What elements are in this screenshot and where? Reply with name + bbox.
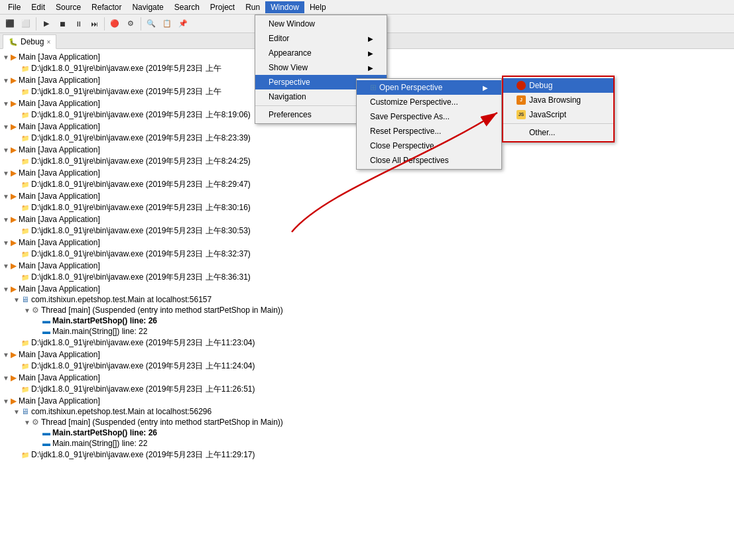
menu-item-open-perspective[interactable]: ⊞ Open Perspective ▶: [357, 80, 501, 95]
tree-label: D:\jdk1.8.0_91\jre\bin\javaw.exe (2019年5…: [31, 179, 251, 190]
jar-icon: 📁: [21, 451, 29, 459]
toolbar-btn-6[interactable]: ⏭: [87, 17, 101, 31]
tree-item[interactable]: ▼ ▶ Main [Java Application]: [0, 396, 734, 406]
jar-icon: 📁: [21, 111, 29, 119]
jar-icon: 📁: [21, 158, 29, 165]
tree-item[interactable]: ▼ ⚙ Thread [main] (Suspended (entry into…: [0, 417, 734, 427]
tree-item[interactable]: 📁 D:\jdk1.8.0_91\jre\bin\javaw.exe (2019…: [0, 337, 734, 349]
tree-item[interactable]: ▬ Main.startPetShop() line: 26: [0, 427, 734, 438]
close-all-perspectives-label: Close All Perspectives: [370, 156, 449, 165]
tree-arrow: ▼: [3, 374, 11, 382]
tree-arrow: ▼: [24, 307, 32, 314]
menu-edit[interactable]: Edit: [26, 1, 50, 13]
toolbar-btn-5[interactable]: ⏸: [71, 17, 86, 31]
jar-icon: 📁: [21, 386, 29, 393]
frame-icon: ▬: [42, 439, 50, 448]
menu-window[interactable]: Window: [265, 1, 304, 13]
menu-item-editor[interactable]: Editor ▶: [255, 31, 387, 46]
tree-item[interactable]: ▼ ▶ Main [Java Application]: [0, 237, 734, 248]
tree-arrow: ▼: [3, 351, 11, 359]
tree-item[interactable]: ▼ ▶ Main [Java Application]: [0, 372, 734, 383]
jar-icon: 📁: [21, 227, 29, 235]
tree-label: Main [Java Application]: [19, 99, 100, 108]
tree-item[interactable]: ▼ ▶ Main [Java Application]: [0, 214, 734, 225]
tree-item[interactable]: 📁 D:\jdk1.8.0_91\jre\bin\javaw.exe (2019…: [0, 449, 734, 461]
java-browsing-label: Java Browsing: [529, 95, 581, 105]
menu-item-java-browsing[interactable]: J Java Browsing: [503, 93, 613, 107]
menu-item-save-perspective[interactable]: Save Perspective As...: [357, 109, 501, 124]
app-icon: ▶: [11, 373, 17, 382]
menu-item-appearance[interactable]: Appearance ▶: [255, 46, 387, 60]
tree-label: D:\jdk1.8.0_91\jre\bin\javaw.exe (2019年5…: [31, 63, 221, 74]
tree-item[interactable]: ▼ 🖥 com.itshixun.epetshop.test.Main at l…: [0, 406, 734, 417]
tree-item[interactable]: ▼ ▶ Main [Java Application]: [0, 284, 734, 294]
reset-perspective-label: Reset Perspective...: [370, 127, 441, 136]
customize-perspective-label: Customize Perspective...: [370, 97, 458, 107]
debug-perspective-label: Debug: [529, 81, 552, 90]
menu-search[interactable]: Search: [169, 1, 205, 13]
menu-item-other[interactable]: Other...: [503, 125, 613, 140]
tree-item[interactable]: 📁 D:\jdk1.8.0_91\jre\bin\javaw.exe (2019…: [0, 225, 734, 237]
tab-debug-label: Debug: [21, 37, 44, 46]
app-icon: ▶: [11, 168, 17, 178]
tree-label: Main.startPetShop() line: 26: [52, 428, 157, 437]
menu-navigate[interactable]: Navigate: [127, 1, 168, 13]
tree-item[interactable]: ▬ Main.main(String[]) line: 22: [0, 326, 734, 337]
app-icon: ▶: [11, 215, 17, 224]
menu-file[interactable]: File: [3, 1, 26, 13]
tree-item[interactable]: ▬ Main.main(String[]) line: 22: [0, 438, 734, 449]
tree-item[interactable]: 📁 D:\jdk1.8.0_91\jre\bin\javaw.exe (2019…: [0, 271, 734, 284]
frame-icon: ▬: [42, 428, 50, 437]
tree-item[interactable]: ▼ 🖥 com.itshixun.epetshop.test.Main at l…: [0, 294, 734, 305]
menu-item-customize-perspective[interactable]: Customize Perspective...: [357, 95, 501, 109]
tree-item[interactable]: ▼ ▶ Main [Java Application]: [0, 260, 734, 271]
tree-arrow: ▼: [3, 193, 11, 200]
tree-item[interactable]: ▼ ▶ Main [Java Application]: [0, 191, 734, 201]
menu-project[interactable]: Project: [205, 1, 240, 13]
menu-item-show-view[interactable]: Show View ▶: [255, 60, 387, 75]
menu-source[interactable]: Source: [50, 1, 86, 13]
app-icon: ▶: [11, 396, 17, 406]
tree-item[interactable]: 📁 D:\jdk1.8.0_91\jre\bin\javaw.exe (2019…: [0, 201, 734, 214]
tree-item[interactable]: ▼ ▶ Main [Java Application]: [0, 349, 734, 360]
tree-item[interactable]: 📁 D:\jdk1.8.0_91\jre\bin\javaw.exe (2019…: [0, 178, 734, 191]
app-icon: ▶: [11, 145, 17, 154]
menu-item-reset-perspective[interactable]: Reset Perspective...: [357, 124, 501, 139]
menu-help[interactable]: Help: [304, 1, 332, 13]
tree-label: Thread [main] (Suspended (entry into met…: [41, 418, 283, 427]
tree-label: Main [Java Application]: [19, 238, 100, 247]
tab-debug[interactable]: 🐛 Debug ×: [3, 34, 56, 49]
tab-debug-close[interactable]: ×: [46, 38, 50, 46]
java-browsing-content: J Java Browsing: [517, 95, 581, 105]
toolbar-btn-9[interactable]: 🔍: [144, 17, 158, 31]
toolbar-sep-3: [141, 17, 141, 30]
menu-item-javascript[interactable]: JS JavaScript: [503, 107, 613, 122]
toolbar-btn-3[interactable]: ▶: [39, 17, 54, 31]
menu-item-debug-perspective[interactable]: Debug: [503, 78, 613, 93]
toolbar-btn-11[interactable]: 📌: [176, 17, 190, 31]
menu-run[interactable]: Run: [240, 1, 265, 13]
tree-item[interactable]: 📁 D:\jdk1.8.0_91\jre\bin\javaw.exe (2019…: [0, 248, 734, 260]
tree-label: Main [Java Application]: [19, 145, 100, 154]
tree-arrow: ▼: [3, 216, 11, 223]
tree-arrow: ▼: [3, 262, 11, 270]
tree-arrow: ▼: [3, 286, 11, 293]
tree-item[interactable]: ▬ Main.startPetShop() line: 26: [0, 315, 734, 326]
menu-refactor[interactable]: Refactor: [86, 1, 127, 13]
menu-item-close-perspective[interactable]: Close Perspective: [357, 139, 501, 153]
menu-item-close-all-perspectives[interactable]: Close All Perspectives: [357, 153, 501, 168]
toolbar-btn-4[interactable]: ⏹: [55, 17, 70, 31]
tree-label: D:\jdk1.8.0_91\jre\bin\javaw.exe (2019年5…: [31, 361, 255, 372]
tree-item[interactable]: 📁 D:\jdk1.8.0_91\jre\bin\javaw.exe (2019…: [0, 360, 734, 372]
tree-label: Main [Java Application]: [19, 373, 100, 382]
jar-icon: 📁: [21, 135, 29, 142]
menu-item-new-window[interactable]: New Window: [255, 17, 387, 31]
tree-label: Main [Java Application]: [19, 168, 100, 178]
toolbar-btn-7[interactable]: 🔴: [107, 17, 122, 31]
tree-item[interactable]: ▼ ⚙ Thread [main] (Suspended (entry into…: [0, 305, 734, 315]
tree-item[interactable]: 📁 D:\jdk1.8.0_91\jre\bin\javaw.exe (2019…: [0, 383, 734, 396]
toolbar-btn-10[interactable]: 📋: [160, 17, 174, 31]
toolbar-btn-1[interactable]: ⬛: [3, 17, 17, 31]
toolbar-btn-2[interactable]: ⬜: [19, 17, 33, 31]
toolbar-btn-8[interactable]: ⚙: [123, 17, 138, 31]
